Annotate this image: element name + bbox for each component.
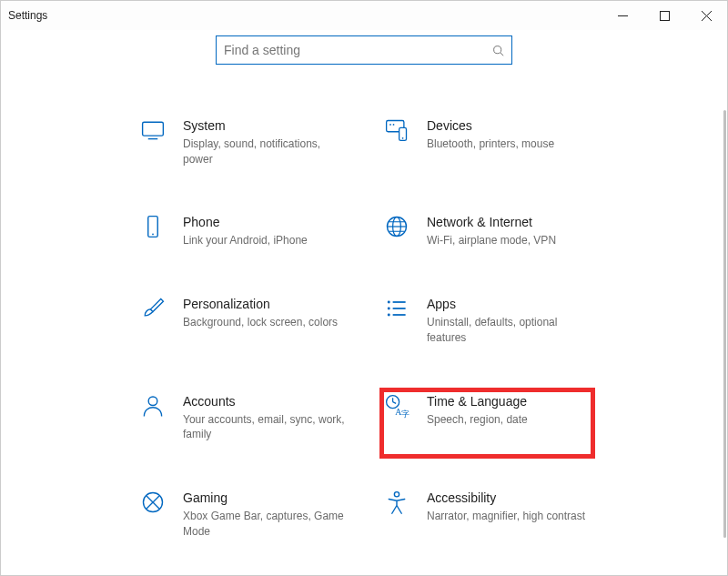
category-network[interactable]: Network & Internet Wi-Fi, airplane mode,… [383, 214, 627, 248]
category-desc: Speech, region, date [427, 412, 528, 428]
category-desc: Display, sound, notifications, power [183, 136, 347, 167]
phone-icon [139, 214, 167, 241]
category-text: Gaming Xbox Game Bar, captures, Game Mod… [183, 490, 347, 539]
svg-point-9 [389, 124, 391, 126]
content-area: System Display, sound, notifications, po… [1, 65, 727, 575]
category-text: Network & Internet Wi-Fi, airplane mode,… [427, 214, 556, 248]
svg-point-33 [394, 492, 399, 497]
search-input[interactable] [224, 43, 492, 57]
category-desc: Wi-Fi, airplane mode, VPN [427, 233, 556, 248]
category-accounts[interactable]: Accounts Your accounts, email, sync, wor… [139, 393, 383, 442]
category-title: Personalization [183, 296, 338, 313]
globe-icon [383, 214, 410, 241]
paintbrush-icon [139, 296, 167, 323]
category-title: Devices [427, 117, 554, 135]
category-desc: Bluetooth, printers, mouse [427, 136, 554, 152]
category-text: System Display, sound, notifications, po… [183, 117, 347, 167]
category-desc: Your accounts, email, sync, work, family [183, 412, 347, 443]
category-text: Personalization Background, lock screen,… [183, 296, 338, 330]
svg-point-22 [388, 308, 390, 310]
category-apps[interactable]: Apps Uninstall, defaults, optional featu… [383, 296, 627, 345]
category-text: Time & Language Speech, region, date [427, 393, 528, 428]
svg-text:A: A [395, 406, 401, 416]
devices-icon [383, 117, 410, 145]
category-text: Apps Uninstall, defaults, optional featu… [427, 296, 591, 345]
time-language-icon: A 字 [383, 393, 410, 420]
search-row [1, 30, 727, 65]
category-text: Phone Link your Android, iPhone [183, 214, 308, 248]
svg-point-12 [402, 137, 404, 139]
category-system[interactable]: System Display, sound, notifications, po… [139, 117, 383, 167]
window-controls [602, 1, 727, 30]
svg-point-24 [388, 314, 390, 317]
category-desc: Narrator, magnifier, high contrast [427, 509, 585, 524]
svg-point-10 [393, 124, 395, 126]
category-title: Time & Language [427, 393, 528, 410]
svg-line-29 [393, 401, 397, 403]
display-icon [139, 117, 167, 145]
search-box[interactable] [216, 35, 512, 65]
category-desc: Xbox Game Bar, captures, Game Mode [183, 509, 347, 540]
svg-rect-1 [660, 11, 669, 20]
settings-grid: System Display, sound, notifications, po… [139, 117, 727, 540]
category-desc: Uninstall, defaults, optional features [427, 315, 591, 346]
svg-line-5 [500, 52, 503, 55]
category-title: System [183, 117, 347, 135]
category-text: Devices Bluetooth, printers, mouse [427, 117, 554, 152]
apps-list-icon [383, 296, 410, 323]
svg-point-20 [388, 301, 390, 304]
category-phone[interactable]: Phone Link your Android, iPhone [139, 214, 383, 248]
category-gaming[interactable]: Gaming Xbox Game Bar, captures, Game Mod… [139, 490, 383, 539]
close-button[interactable] [685, 1, 727, 30]
category-title: Phone [183, 214, 308, 231]
window-title: Settings [8, 9, 47, 22]
category-time-language[interactable]: A 字 Time & Language Speech, region, date [383, 393, 627, 442]
category-title: Apps [427, 296, 591, 313]
vertical-scrollbar[interactable] [723, 110, 726, 538]
category-desc: Link your Android, iPhone [183, 233, 308, 248]
person-icon [139, 393, 167, 420]
category-title: Network & Internet [427, 214, 556, 231]
maximize-button[interactable] [643, 1, 685, 30]
category-text: Accounts Your accounts, email, sync, wor… [183, 393, 347, 442]
category-devices[interactable]: Devices Bluetooth, printers, mouse [383, 117, 627, 167]
xbox-icon [139, 490, 167, 517]
svg-text:字: 字 [401, 409, 410, 419]
category-accessibility[interactable]: Accessibility Narrator, magnifier, high … [383, 490, 627, 539]
category-title: Accounts [183, 393, 347, 410]
titlebar: Settings [1, 1, 727, 30]
category-personalization[interactable]: Personalization Background, lock screen,… [139, 296, 383, 345]
svg-rect-6 [143, 122, 164, 136]
category-title: Accessibility [427, 490, 585, 507]
svg-point-14 [152, 234, 154, 236]
settings-window: Settings [0, 0, 728, 576]
svg-point-26 [148, 397, 157, 406]
accessibility-icon [383, 490, 410, 517]
search-icon [492, 45, 504, 56]
category-title: Gaming [183, 490, 347, 507]
svg-point-4 [494, 45, 501, 53]
minimize-button[interactable] [602, 1, 643, 30]
category-text: Accessibility Narrator, magnifier, high … [427, 490, 585, 524]
category-desc: Background, lock screen, colors [183, 315, 338, 330]
